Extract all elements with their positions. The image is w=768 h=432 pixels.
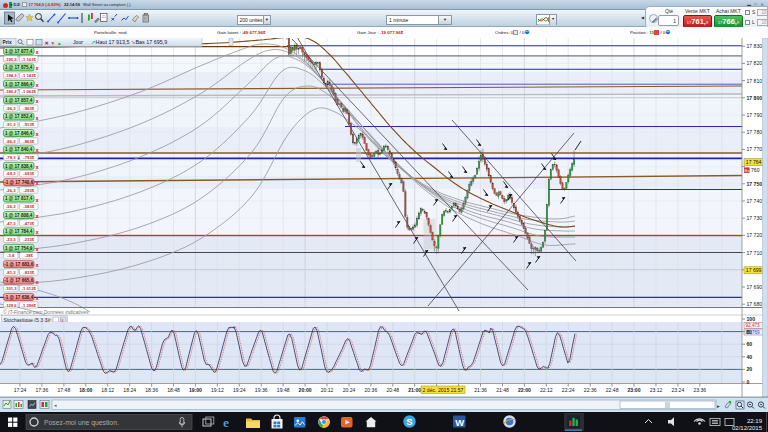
svg-text:20:48: 20:48 (386, 387, 399, 393)
svg-text:-81,3: -81,3 (6, 270, 16, 275)
svg-text:-473$: -473$ (23, 221, 34, 226)
svg-text:17:48: 17:48 (58, 387, 71, 393)
svg-text:17:24: 17:24 (14, 387, 27, 393)
svg-text:Prix: Prix (3, 40, 12, 45)
svg-text:19:00: 19:00 (189, 387, 202, 393)
svg-text:1 @ 17 754,9: 1 @ 17 754,9 (5, 246, 33, 251)
svg-text:21:00: 21:00 (408, 387, 421, 393)
svg-text:✕: ✕ (45, 40, 49, 46)
svg-text:-3,8: -3,8 (7, 253, 15, 258)
svg-text:-1 143$: -1 143$ (22, 73, 37, 78)
svg-text:-38$: -38$ (25, 253, 34, 258)
svg-text:-913$: -913$ (23, 122, 34, 127)
svg-text:80: 80 (747, 329, 753, 335)
svg-text:17 750: 17 750 (747, 181, 763, 187)
svg-text:-963$: -963$ (23, 106, 34, 111)
svg-text:17 810: 17 810 (747, 78, 763, 84)
svg-text:-86,3: -86,3 (6, 139, 16, 144)
svg-text:17 830: 17 830 (747, 43, 763, 49)
svg-text:-793$: -793$ (23, 155, 34, 160)
svg-text:© IT-Finance.com Données indi: © IT-Finance.com Données indicatives (3, 309, 89, 315)
svg-text:➚Haut 17 913,5 ➘Bas 17 695,9: ➚Haut 17 913,5 ➘Bas 17 695,9 (91, 39, 167, 45)
svg-text:-1 063$: -1 063$ (22, 89, 37, 94)
svg-text:-693$: -693$ (23, 171, 34, 176)
svg-text:1 @ 17 817,4: 1 @ 17 817,4 (5, 196, 33, 201)
svg-text:22:24: 22:24 (562, 387, 575, 393)
svg-text:23:36: 23:36 (693, 387, 706, 393)
svg-text:-1 163$: -1 163$ (22, 57, 37, 62)
svg-text:-293$: -293$ (23, 188, 34, 193)
svg-text:17 820: 17 820 (747, 60, 763, 66)
svg-text:-96,3: -96,3 (6, 106, 16, 111)
svg-text:20:00: 20:00 (299, 387, 312, 393)
svg-text:1 @ 17 877,4: 1 @ 17 877,4 (5, 49, 33, 54)
svg-text:1 @ 17 857,4: 1 @ 17 857,4 (5, 98, 33, 103)
svg-text:760: 760 (751, 167, 760, 173)
svg-text:19:24: 19:24 (233, 387, 246, 393)
svg-text:1 @ 17 866,4: 1 @ 17 866,4 (5, 82, 33, 87)
svg-text:17 680: 17 680 (747, 301, 763, 307)
svg-text:Bs: Bs (745, 168, 750, 173)
svg-text:1 @ 17 875,4: 1 @ 17 875,4 (5, 65, 33, 70)
svg-text:1 @ 17 840,4: 1 @ 17 840,4 (5, 147, 33, 152)
svg-text:-1 @ 17 740,6: -1 @ 17 740,6 (4, 180, 33, 185)
svg-text:Jour: Jour (73, 39, 83, 45)
svg-text:-56,3: -56,3 (6, 204, 16, 209)
svg-text:17 790: 17 790 (747, 112, 763, 118)
svg-text:22:19: 22:19 (747, 418, 763, 424)
svg-text:18:24: 18:24 (123, 387, 136, 393)
svg-text:18:00: 18:00 (79, 387, 92, 393)
svg-text:17:36: 17:36 (36, 387, 49, 393)
svg-text:18:48: 18:48 (167, 387, 180, 393)
svg-text:17 720: 17 720 (747, 232, 763, 238)
svg-text:-69,3: -69,3 (6, 171, 16, 176)
svg-text:-1 013$: -1 013$ (22, 286, 37, 291)
svg-text:W: W (455, 417, 464, 428)
svg-text:100: 100 (747, 316, 756, 322)
svg-text:22:48: 22:48 (606, 387, 619, 393)
svg-text:-1 @ 17 665,6: -1 @ 17 665,6 (4, 278, 33, 283)
svg-text:22:36: 22:36 (584, 387, 597, 393)
svg-text:-233$: -233$ (23, 237, 34, 242)
svg-text:-194,3: -194,3 (5, 73, 18, 78)
svg-text:-1 @ 17 636,4: -1 @ 17 636,4 (4, 295, 33, 300)
svg-text:-833$: -833$ (23, 270, 34, 275)
svg-text:-91,3: -91,3 (6, 122, 16, 127)
svg-text:e: e (223, 415, 229, 430)
svg-text:0: 0 (747, 379, 750, 385)
svg-text:18:36: 18:36 (145, 387, 158, 393)
svg-text:22:12: 22:12 (540, 387, 553, 393)
svg-text:17 740: 17 740 (747, 198, 763, 204)
svg-text:▴: ▴ (58, 40, 61, 46)
svg-text:20:12: 20:12 (321, 387, 334, 393)
svg-text:1 @ 17 808,4: 1 @ 17 808,4 (5, 213, 33, 218)
svg-text:-23,3: -23,3 (6, 237, 16, 242)
svg-text:-26,3: -26,3 (6, 188, 16, 193)
svg-text:-1 @ 17 683,6: -1 @ 17 683,6 (4, 262, 33, 267)
svg-text:23:00: 23:00 (627, 387, 640, 393)
svg-text:60: 60 (747, 341, 753, 347)
svg-text:17 730: 17 730 (747, 215, 763, 221)
svg-text:-583$: -583$ (23, 204, 34, 209)
svg-text:1 @ 17 852,4: 1 @ 17 852,4 (5, 114, 33, 119)
svg-text:Posez-moi une question.: Posez-moi une question. (44, 419, 119, 427)
svg-text:02/12/2015: 02/12/2015 (732, 425, 763, 431)
svg-text:17 690: 17 690 (747, 284, 763, 290)
svg-text:1 @ 17 784,4: 1 @ 17 784,4 (5, 229, 33, 234)
svg-text:17 770: 17 770 (747, 146, 763, 152)
svg-text:21:48: 21:48 (496, 387, 509, 393)
svg-text:-1 296$: -1 296$ (22, 303, 37, 308)
svg-text:▾: ▾ (52, 40, 55, 46)
svg-text:-129,6: -129,6 (5, 303, 18, 308)
svg-text:Stochastique (5 3 3): Stochastique (5 3 3) (4, 317, 50, 323)
svg-text:S: S (406, 416, 412, 427)
svg-text:23:24: 23:24 (672, 387, 685, 393)
svg-text:19:12: 19:12 (211, 387, 224, 393)
svg-text:-863$: -863$ (23, 139, 34, 144)
svg-text:-79,3: -79,3 (6, 155, 16, 160)
svg-text:17 710: 17 710 (747, 250, 763, 256)
svg-text:23:12: 23:12 (650, 387, 663, 393)
svg-text:19:36: 19:36 (255, 387, 268, 393)
svg-text:17 800: 17 800 (747, 95, 763, 101)
svg-text:▸: ▸ (717, 403, 720, 409)
